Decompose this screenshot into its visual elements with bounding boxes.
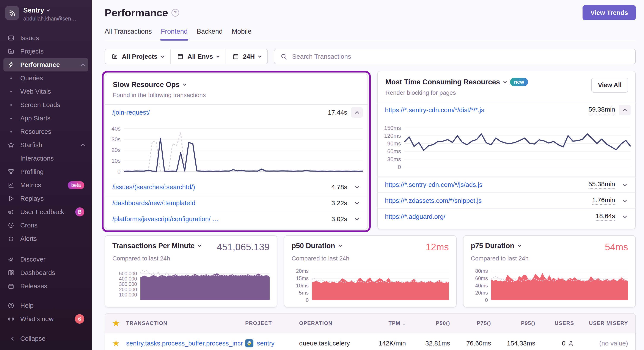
tab-mobile[interactable]: Mobile — [232, 28, 252, 40]
expand-row-button[interactable] — [351, 214, 363, 224]
transaction-link[interactable]: /dashboards/new/:templateId — [112, 199, 196, 207]
table-header: ★ TRANSACTION PROJECT OPERATION TPM↓ P50… — [105, 313, 635, 333]
chevron-down-icon — [258, 54, 262, 58]
card-title[interactable]: p75 Duration — [471, 242, 521, 250]
folder-code-icon — [112, 53, 118, 60]
col-p95[interactable]: P95() — [491, 320, 535, 326]
chevron-down-icon — [46, 8, 50, 12]
expand-row-button[interactable] — [351, 182, 363, 192]
col-project[interactable]: PROJECT — [245, 320, 299, 326]
sidebar-item-queries[interactable]: Queries — [4, 71, 88, 85]
metric-cards: Transactions Per Minute 451,065.139 Comp… — [104, 235, 636, 307]
transaction-link[interactable]: /join-request/ — [112, 109, 150, 116]
expand-row-button[interactable] — [619, 180, 631, 190]
expand-row-button[interactable] — [619, 211, 631, 222]
card-title[interactable]: Transactions Per Minute — [112, 242, 201, 250]
col-transaction[interactable]: TRANSACTION — [126, 320, 245, 326]
sidebar-item-replays[interactable]: Replays — [4, 192, 88, 205]
star-icon[interactable]: ★ — [112, 319, 120, 328]
view-all-button[interactable]: View All — [592, 78, 628, 93]
card-subtitle: Compared to last 24h — [112, 255, 270, 262]
search-icon — [280, 53, 287, 60]
p50-value: 12ms — [426, 242, 449, 252]
tab-frontend[interactable]: Frontend — [161, 28, 188, 40]
most-time-consuming-panel: Most Time Consuming Resources new Render… — [377, 71, 636, 229]
card-title[interactable]: p50 Duration — [292, 242, 342, 250]
y-axis-labels: 20ms15ms10ms5ms0 — [292, 266, 312, 303]
tab-all-transactions[interactable]: All Transactions — [104, 28, 152, 40]
sentry-logo-icon — [5, 6, 19, 20]
sidebar-item-metrics[interactable]: Metrics beta — [4, 178, 88, 192]
p50-card: p50 Duration 12ms Compared to last 24h 2… — [284, 235, 456, 307]
help-icon[interactable]: ? — [172, 9, 179, 17]
sidebar-item-performance[interactable]: Performance — [4, 58, 88, 71]
resource-link[interactable]: https://*.sentry-cdn.com/*/js/ads.js — [385, 181, 482, 188]
expand-row-button[interactable] — [619, 195, 631, 206]
operation-cell: queue.task.celery — [299, 340, 365, 347]
col-p50[interactable]: P50() — [406, 320, 450, 326]
search-box — [274, 49, 636, 64]
sidebar-item-releases[interactable]: Releases — [4, 279, 88, 293]
chart-plot — [312, 266, 449, 303]
siren-icon — [7, 235, 15, 242]
page-title: Performance — [104, 7, 168, 19]
sidebar-item-issues[interactable]: Issues — [4, 31, 88, 45]
date-range-filter[interactable]: 24H — [226, 49, 268, 64]
col-users[interactable]: USERS — [535, 320, 574, 326]
project-link[interactable]: sentry — [257, 340, 274, 347]
sidebar-item-app-starts[interactable]: App Starts — [4, 112, 88, 125]
tpm-chart: 500,000400,000300,000200,000100,000 — [112, 266, 270, 303]
sidebar-item-whats-new[interactable]: What's new 6 — [4, 312, 88, 326]
time-value: 59.38min — [588, 106, 615, 114]
sidebar-item-starfish[interactable]: Starfish — [4, 138, 88, 152]
transaction-link[interactable]: sentry.tasks.process_buffer.process_incr — [126, 340, 243, 347]
page-filter-group: All Projects All Envs 24H — [104, 49, 268, 64]
collapse-row-button[interactable] — [351, 107, 363, 118]
col-p75[interactable]: P75() — [450, 320, 491, 326]
resource-link[interactable]: https://*.zdassets.com/*/snippet.js — [385, 197, 482, 204]
star-icon — [7, 141, 15, 149]
sidebar-item-web-vitals[interactable]: Web Vitals — [4, 85, 88, 98]
users-cell: 0 — [535, 340, 574, 347]
sidebar-item-discover[interactable]: Discover — [4, 253, 88, 266]
chevron-down-icon — [183, 82, 186, 86]
broadcast-icon — [7, 315, 15, 322]
sidebar-item-crons[interactable]: Crons — [4, 219, 88, 232]
tab-backend[interactable]: Backend — [197, 28, 223, 40]
slow-resource-ops-panel: Slow Resource Ops Found in the following… — [104, 74, 368, 229]
transaction-link[interactable]: /issues/(searches/:searchId/) — [112, 183, 195, 191]
transaction-link[interactable]: /platforms/javascript/configuration/ … — [112, 215, 219, 223]
col-user-misery[interactable]: USER MISERY — [574, 320, 628, 326]
resource-row: https://*.sentry-cdn.com/*/js/ads.js 55.… — [378, 177, 635, 192]
environment-filter[interactable]: All Envs — [170, 49, 226, 64]
sidebar-item-alerts[interactable]: Alerts — [4, 232, 88, 245]
resource-link[interactable]: https://*.adguard.org/ — [385, 213, 445, 220]
collapse-row-button[interactable] — [619, 105, 631, 115]
search-input[interactable] — [292, 53, 629, 61]
view-trends-button[interactable]: View Trends — [582, 5, 636, 20]
y-axis-labels: 500,000400,000300,000200,000100,000 — [112, 266, 140, 303]
col-operation[interactable]: OPERATION — [299, 320, 365, 326]
chart-plot — [140, 266, 270, 303]
sidebar-item-interactions[interactable]: Interactions — [4, 152, 88, 165]
expand-row-button[interactable] — [351, 198, 363, 208]
beta-badge: beta — [68, 181, 84, 189]
sidebar-item-help[interactable]: Help — [4, 299, 88, 312]
panel-title[interactable]: Slow Resource Ops — [113, 81, 360, 89]
projects-filter[interactable]: All Projects — [105, 49, 170, 64]
sidebar-item-user-feedback[interactable]: User Feedback B — [4, 205, 88, 219]
star-icon[interactable]: ★ — [112, 339, 120, 348]
sidebar-collapse-button[interactable]: Collapse — [4, 332, 88, 345]
org-header[interactable]: Sentry abdullah.khan@sen… — [0, 0, 92, 24]
sidebar-item-dashboards[interactable]: Dashboards — [4, 266, 88, 279]
resource-row: https://*.adguard.org/ 18.64s — [378, 208, 635, 224]
bullet-icon — [10, 91, 12, 92]
resource-link[interactable]: https://*.sentry-cdn.com/*/dist/*/*.js — [385, 106, 484, 114]
sidebar-item-profiling[interactable]: Profiling — [4, 165, 88, 178]
page-header: Performance ? View Trends — [104, 5, 636, 20]
col-tpm[interactable]: TPM↓ — [365, 320, 406, 327]
sidebar-item-screen-loads[interactable]: Screen Loads — [4, 98, 88, 112]
sidebar-item-resources[interactable]: Resources — [4, 125, 88, 138]
sidebar-item-projects[interactable]: Projects — [4, 45, 88, 58]
calendar-icon — [232, 53, 239, 60]
